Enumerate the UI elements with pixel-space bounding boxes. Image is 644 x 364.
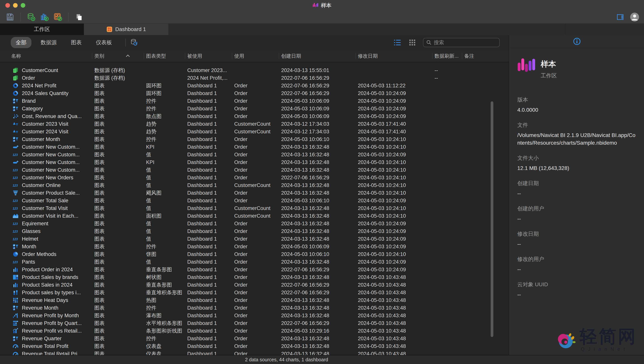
table-row[interactable]: Revenue Profit vs Retail...图表条形图和折线图Dash… [0,327,509,335]
toggle-info-pane-button[interactable] [616,13,624,21]
cell-name: Month [0,243,92,250]
table-row[interactable]: Revenue Heat Days图表热图Dashboard 1Order202… [0,296,509,304]
table-row[interactable]: Revenue Profit by Month图表瀑布图Dashboard 1O… [0,312,509,319]
cell-modified: 2024-05-03 10:43:48 [356,296,432,304]
new-dashboard-button[interactable] [54,13,62,21]
cell-remarks [462,197,488,204]
table-row[interactable]: Customer New Custom...图表KPIDashboard 1Or… [0,143,509,151]
table-row[interactable]: Month图表控件Dashboard 1Order2024-05-03 10:0… [0,243,509,250]
table-row[interactable]: Product Sales in 2024图表垂直条形图Dashboard 1O… [0,281,509,289]
table-row[interactable]: Order数据源 (存档)2024 Net Profit,...2022-07-… [0,74,509,82]
cell-chart_type: 仪表盘 [144,342,185,350]
table-row[interactable]: Order Methods图表饼图Dashboard 1Order2024-05… [0,250,509,258]
cell-created: 2022-07-06 16:56:29 [279,82,356,90]
refresh-data-source-icon[interactable] [130,38,138,47]
table-row[interactable]: Customer 2024 Visit图表趋势Dashboard 1Custom… [0,128,509,136]
object-table: CustomerCount数据源 (存档)Customer 2023...202… [0,62,509,355]
filter-tab-dashboards[interactable]: 仪表板 [91,37,117,48]
new-data-source-button[interactable] [27,13,35,21]
info-icon[interactable] [573,37,581,46]
cell-modified: 2024-05-03 10:24:09 [356,235,432,243]
cell-remarks [462,266,488,274]
table-row[interactable]: Revenue Total Profit图表仪表盘Dashboard 1Orde… [0,342,509,350]
cell-remarks [462,136,488,143]
cell-refresh [432,204,462,212]
cell-remarks [462,228,488,235]
column-header-name[interactable]: 名称 [0,50,92,62]
tab-bar-filler [566,24,644,35]
table-row[interactable]: Customer New Custom...图表KPIDashboard 1Or… [0,158,509,166]
control-icon [13,244,19,250]
vertical-scrollbar-thumb[interactable] [491,101,493,337]
cell-created: 2024-03-12 17:34:03 [279,120,356,128]
workspace-title: 样本 [541,59,557,69]
table-row[interactable]: Customer 2023 Visit图表趋势Dashboard 1Custom… [0,120,509,128]
cell-uses: Order [232,105,279,112]
filter-tab-all[interactable]: 全部 [11,37,32,48]
svg-text:123: 123 [13,153,18,156]
list-view-icon[interactable] [393,38,402,47]
table-row[interactable]: Product Order in 2024图表垂直条形图Dashboard 1O… [0,266,509,274]
table-row[interactable]: Revenue Month图表控件Dashboard 1Order2024-03… [0,304,509,312]
column-header-remarks[interactable]: 备注 [462,50,488,62]
table-row[interactable]: 123Customer New Custom...图表值Dashboard 1O… [0,166,509,174]
table-row[interactable]: Customer Visit in Each...图表面积图Dashboard … [0,212,509,220]
cell-created: 2024-03-13 16:32:48 [279,312,356,319]
new-chart-button[interactable] [40,13,49,21]
table-row[interactable]: CustomerCount数据源 (存档)Customer 2023...202… [0,66,509,74]
table-row[interactable]: 123Customer New Orders图表值Dashboard 1Orde… [0,174,509,182]
table-row[interactable]: 123Customer New Custom...图表值Dashboard 1O… [0,151,509,158]
table-row[interactable]: 123Pants图表值Dashboard 1Order2024-03-13 16… [0,258,509,266]
table-row[interactable]: Customer Month图表控件Dashboard 1Order2024-0… [0,136,509,143]
cell-category: 图表 [92,174,144,182]
column-header-modified[interactable]: 修改日期 [356,50,432,62]
table-row[interactable]: Category图表控件Dashboard 1Order2024-05-03 1… [0,105,509,112]
tab-workspace[interactable]: 工作区 [0,24,84,35]
table-row[interactable]: Customer Product Sale...图表飓风图Dashboard 1… [0,189,509,197]
column-header-used_by[interactable]: 被使用 [185,50,232,62]
cell-modified: 2024-05-03 10:24:10 [356,189,432,197]
cell-created: 2022-07-06 16:56:29 [279,174,356,182]
table-row[interactable]: 123Customer Total Sale图表值Dashboard 1Orde… [0,197,509,204]
grid-view-icon[interactable] [408,38,416,47]
info-field-label: 云对象 UUID [517,281,636,288]
cell-remarks [462,74,488,82]
save-button[interactable] [6,13,14,21]
table-row[interactable]: Cost, Revenue and Qua...图表散点图Dashboard 1… [0,112,509,120]
table-row[interactable]: Revenue Total Retail Pri...图表仪表盘Dashboar… [0,350,509,355]
cell-uses: Order [232,228,279,235]
table-row[interactable]: 123Customer Online图表值Dashboard 1Customer… [0,182,509,189]
table-row[interactable]: 123Helmet图表值Dashboard 1Order2024-03-13 1… [0,235,509,243]
cell-uses: Order [232,189,279,197]
new-window-icon[interactable] [75,13,83,21]
column-header-category[interactable]: 类别 [92,50,144,62]
tab-dashboard-1[interactable]: Dashboard 1 [84,24,169,35]
info-field: 创建的用户-- [517,205,636,222]
cell-name: Revenue Total Retail Pri... [0,350,92,355]
column-header-refresh[interactable]: 数据刷新... [432,50,462,62]
filter-tab-data-sources[interactable]: 数据源 [36,37,62,48]
info-field: 修改的用户-- [517,256,636,273]
table-row[interactable]: 2024 Sales Quantity图表圆环图Dashboard 1Order… [0,90,509,97]
column-header-chart_type[interactable]: 图表类型 [144,50,185,62]
table-row[interactable]: Revenue Quarter图表控件Dashboard 1Order2024-… [0,335,509,342]
table-row[interactable]: Brand图表控件Dashboard 1Order2024-05-03 10:0… [0,97,509,105]
table-row[interactable]: 123Equirement图表值Dashboard 1Order2024-03-… [0,220,509,228]
filter-tab-charts[interactable]: 图表 [66,37,87,48]
column-header-uses[interactable]: 使用 [232,50,279,62]
column-header-created[interactable]: 创建日期 [279,50,356,62]
search-input[interactable] [434,40,502,46]
cell-remarks [462,143,488,151]
waterfall-icon [13,312,19,318]
table-row[interactable]: Product sales by types i...图表垂直堆积条形图Dash… [0,289,509,296]
table-row[interactable]: Revenue Profit by Quart...图表水平堆积条形图Dashb… [0,319,509,327]
info-field-value: -- [517,266,636,273]
table-row[interactable]: 123Glasses图表值Dashboard 1Order2024-03-13 … [0,228,509,235]
cell-uses: Order [232,166,279,174]
table-row[interactable]: Product Sales by brands图表树状图Dashboard 1O… [0,274,509,281]
table-row[interactable]: 2024 Net Profit图表圆环图Dashboard 1Order2022… [0,82,509,90]
table-row[interactable]: 123Customer Total Visit图表值Dashboard 1Cus… [0,204,509,212]
table-header: 名称类别图表类型被使用使用创建日期修改日期数据刷新...备注 [0,50,509,62]
user-avatar[interactable] [630,13,639,22]
cell-modified: 2024-05-03 10:24:09 [356,97,432,105]
